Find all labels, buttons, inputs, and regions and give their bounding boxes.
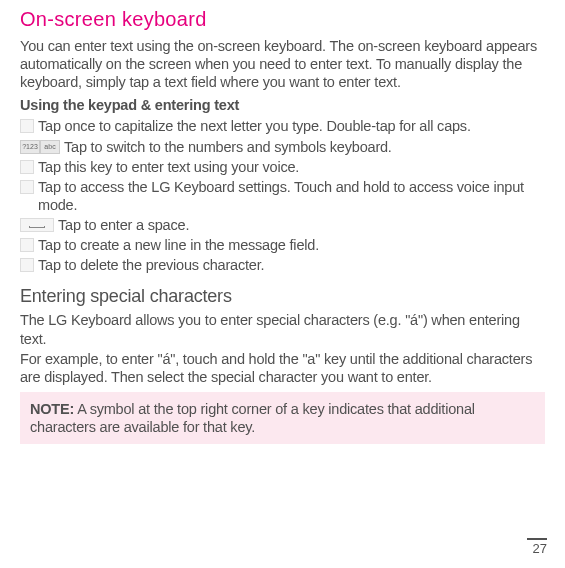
key-row-caps: Tap once to capitalize the next letter y… xyxy=(20,117,545,135)
delete-description: Tap to delete the previous character. xyxy=(38,256,264,274)
shift-key-icon xyxy=(20,119,34,133)
note-text: A symbol at the top right corner of a ke… xyxy=(30,401,475,435)
note-label: NOTE: xyxy=(30,401,74,417)
key-row-space: Tap to enter a space. xyxy=(20,216,545,234)
page-title: On-screen keyboard xyxy=(20,8,545,31)
key-row-delete: Tap to delete the previous character. xyxy=(20,256,545,274)
numbers-key-icon: ?123 xyxy=(20,140,40,154)
intro-paragraph: You can enter text using the on-screen k… xyxy=(20,37,545,91)
settings-description: Tap to access the LG Keyboard settings. … xyxy=(38,178,545,214)
numsym-key-icons: ?123 abc xyxy=(20,140,60,154)
note-callout: NOTE: A symbol at the top right corner o… xyxy=(20,392,545,444)
space-description: Tap to enter a space. xyxy=(58,216,189,234)
special-chars-heading: Entering special characters xyxy=(20,286,545,307)
key-row-newline: Tap to create a new line in the message … xyxy=(20,236,545,254)
special-chars-p2: For example, to enter "á", touch and hol… xyxy=(20,350,545,386)
newline-description: Tap to create a new line in the message … xyxy=(38,236,319,254)
abc-key-icon: abc xyxy=(40,140,60,154)
voice-description: Tap this key to enter text using your vo… xyxy=(38,158,299,176)
enter-key-icon xyxy=(20,238,34,252)
keypad-subheading: Using the keypad & entering text xyxy=(20,97,545,113)
delete-key-icon xyxy=(20,258,34,272)
caps-description: Tap once to capitalize the next letter y… xyxy=(38,117,471,135)
key-row-numsym: ?123 abc Tap to switch to the numbers an… xyxy=(20,138,545,156)
page-number: 27 xyxy=(527,538,547,556)
settings-key-icon xyxy=(20,180,34,194)
numsym-description: Tap to switch to the numbers and symbols… xyxy=(64,138,392,156)
special-chars-p1: The LG Keyboard allows you to enter spec… xyxy=(20,311,545,347)
space-key-icon xyxy=(20,218,54,232)
key-row-voice: Tap this key to enter text using your vo… xyxy=(20,158,545,176)
key-row-settings: Tap to access the LG Keyboard settings. … xyxy=(20,178,545,214)
voice-key-icon xyxy=(20,160,34,174)
